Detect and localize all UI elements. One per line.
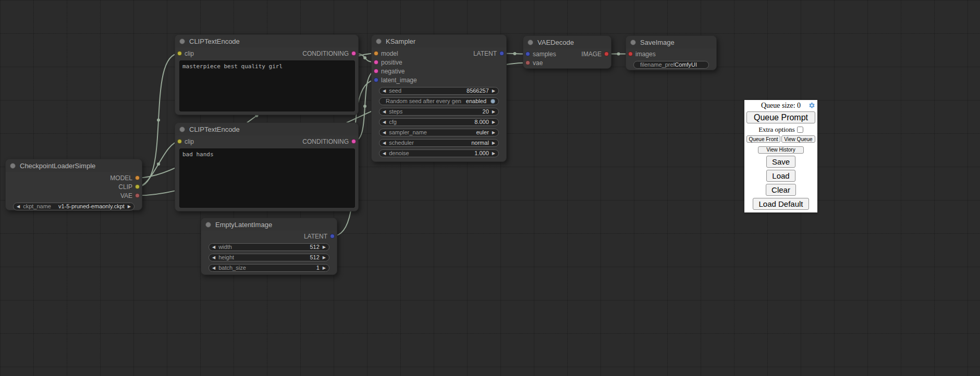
queue-prompt-button[interactable]: Queue Prompt	[746, 111, 815, 123]
widget-batch-size[interactable]: ◀ batch_size 1 ▶	[209, 264, 329, 272]
prev-value-arrow-icon[interactable]: ◀	[17, 205, 20, 209]
node-checkpointloadersimple[interactable]: CheckpointLoaderSimple MODEL CLIP VAE ◀ …	[5, 159, 142, 210]
widget-label: cfg	[389, 119, 397, 126]
next-value-arrow-icon[interactable]: ▶	[492, 141, 495, 145]
collapse-dot[interactable]	[205, 222, 211, 228]
node-emptylatentimage[interactable]: EmptyLatentImage LATENT ◀ width 512 ▶ ◀ …	[201, 218, 337, 275]
view-queue-button[interactable]: View Queue	[781, 135, 815, 143]
increment-arrow-icon[interactable]: ▶	[492, 89, 495, 93]
next-value-arrow-icon[interactable]: ▶	[492, 131, 495, 135]
node-title-bar[interactable]: VAEDecode	[523, 36, 611, 48]
node-vaedecode[interactable]: VAEDecode samples IMAGE vae	[523, 35, 611, 69]
widget-sampler-name[interactable]: ◀ sampler_name euler ▶	[379, 129, 499, 136]
prev-value-arrow-icon[interactable]: ◀	[383, 131, 386, 135]
widget-filename-prefix[interactable]: filename_prefix ComfyUI	[633, 61, 709, 69]
extra-options-label: Extra options	[758, 126, 795, 134]
node-title-bar[interactable]: SaveImage	[626, 36, 716, 48]
widget-label: steps	[389, 108, 402, 115]
decrement-arrow-icon[interactable]: ◀	[383, 89, 386, 93]
collapse-dot[interactable]	[528, 40, 533, 45]
output-dot-conditioning[interactable]	[351, 51, 356, 56]
node-title-bar[interactable]: CLIPTextEncode	[175, 123, 358, 135]
widget-ckpt-name[interactable]: ◀ ckpt_name v1-5-pruned-emaonly.ckpt ▶	[13, 203, 134, 210]
decrement-arrow-icon[interactable]: ◀	[383, 120, 386, 124]
node-ksampler[interactable]: KSampler model LATENT positive negative …	[371, 34, 507, 162]
collapse-dot[interactable]	[630, 40, 636, 45]
slot-label: CONDITIONING	[302, 138, 349, 145]
view-history-button[interactable]: View History	[758, 146, 804, 154]
output-dot-vae[interactable]	[135, 193, 140, 198]
output-slot-vae: VAE	[6, 191, 142, 200]
node-title-bar[interactable]: EmptyLatentImage	[201, 218, 337, 231]
slot-label: CONDITIONING	[302, 50, 349, 57]
prev-value-arrow-icon[interactable]: ◀	[383, 141, 386, 145]
node-title-bar[interactable]: CLIPTextEncode	[175, 35, 358, 47]
output-dot-clip[interactable]	[135, 184, 140, 189]
node-cliptextencode-negative[interactable]: CLIPTextEncode clip CONDITIONING bad han…	[175, 122, 359, 211]
node-cliptextencode-positive[interactable]: CLIPTextEncode clip CONDITIONING masterp…	[175, 34, 359, 115]
increment-arrow-icon[interactable]: ▶	[323, 266, 326, 270]
input-dot-clip[interactable]	[177, 139, 182, 144]
decrement-arrow-icon[interactable]: ◀	[383, 110, 386, 114]
clear-button[interactable]: Clear	[766, 184, 796, 196]
increment-arrow-icon[interactable]: ▶	[323, 245, 326, 249]
input-dot-samples[interactable]	[525, 52, 530, 56]
input-dot-images[interactable]	[628, 52, 633, 56]
toggle-on-indicator[interactable]	[491, 99, 495, 104]
output-dot-conditioning[interactable]	[351, 139, 356, 144]
prompt-textarea[interactable]: masterpiece best quality girl	[179, 60, 355, 111]
collapse-dot[interactable]	[179, 127, 185, 132]
collapse-dot[interactable]	[10, 163, 16, 169]
input-dot-negative[interactable]	[374, 69, 378, 73]
collapse-dot[interactable]	[179, 39, 185, 44]
decrement-arrow-icon[interactable]: ◀	[212, 245, 215, 249]
settings-gear-icon[interactable]	[808, 102, 815, 109]
output-dot-image[interactable]	[604, 52, 609, 56]
next-value-arrow-icon[interactable]: ▶	[128, 205, 131, 209]
link-midpoint-dot	[157, 162, 160, 166]
input-dot-clip[interactable]	[177, 51, 182, 56]
link-midpoint-dot	[157, 119, 160, 122]
load-default-button[interactable]: Load Default	[753, 198, 808, 210]
increment-arrow-icon[interactable]: ▶	[323, 256, 326, 260]
output-dot-latent[interactable]	[330, 234, 335, 239]
slot-row: vae	[523, 58, 611, 67]
increment-arrow-icon[interactable]: ▶	[492, 120, 495, 124]
decrement-arrow-icon[interactable]: ◀	[212, 256, 215, 260]
load-button[interactable]: Load	[766, 170, 795, 182]
node-title-bar[interactable]: KSampler	[372, 35, 506, 47]
graph-canvas[interactable]: CheckpointLoaderSimple MODEL CLIP VAE ◀ …	[0, 0, 980, 376]
widget-value: euler	[476, 129, 488, 136]
decrement-arrow-icon[interactable]: ◀	[212, 266, 215, 270]
increment-arrow-icon[interactable]: ▶	[492, 110, 495, 114]
save-button[interactable]: Save	[766, 156, 795, 168]
input-dot-positive[interactable]	[374, 60, 378, 65]
widget-scheduler[interactable]: ◀ scheduler normal ▶	[379, 139, 499, 147]
node-title: SaveImage	[640, 39, 675, 46]
widget-seed[interactable]: ◀ seed 8566257 ▶	[379, 87, 499, 95]
input-dot-vae[interactable]	[525, 60, 530, 65]
output-dot-latent[interactable]	[499, 51, 504, 56]
queue-front-button[interactable]: Queue Front	[746, 135, 780, 143]
widget-value: 512	[310, 254, 319, 261]
widget-value: 1.000	[474, 150, 489, 157]
output-dot-model[interactable]	[135, 176, 140, 180]
widget-denoise[interactable]: ◀ denoise 1.000 ▶	[379, 149, 499, 157]
widget-value: enabled	[466, 98, 486, 105]
extra-options-checkbox[interactable]	[797, 127, 803, 133]
decrement-arrow-icon[interactable]: ◀	[383, 152, 386, 156]
widget-width[interactable]: ◀ width 512 ▶	[209, 243, 329, 251]
node-title-bar[interactable]: CheckpointLoaderSimple	[6, 159, 142, 172]
input-dot-latent-image[interactable]	[374, 78, 378, 82]
widget-steps[interactable]: ◀ steps 20 ▶	[379, 108, 499, 116]
widget-random-seed-toggle[interactable]: Random seed after every gen enabled	[379, 97, 499, 105]
widget-height[interactable]: ◀ height 512 ▶	[209, 254, 329, 261]
widget-label: height	[218, 254, 234, 261]
prompt-textarea[interactable]: bad hands	[179, 148, 355, 208]
node-saveimage[interactable]: SaveImage images filename_prefix ComfyUI	[626, 35, 717, 70]
collapse-dot[interactable]	[376, 39, 382, 44]
node-title: KSampler	[386, 37, 415, 45]
increment-arrow-icon[interactable]: ▶	[492, 152, 495, 156]
widget-cfg[interactable]: ◀ cfg 8.000 ▶	[379, 118, 499, 126]
input-dot-model[interactable]	[374, 51, 378, 56]
